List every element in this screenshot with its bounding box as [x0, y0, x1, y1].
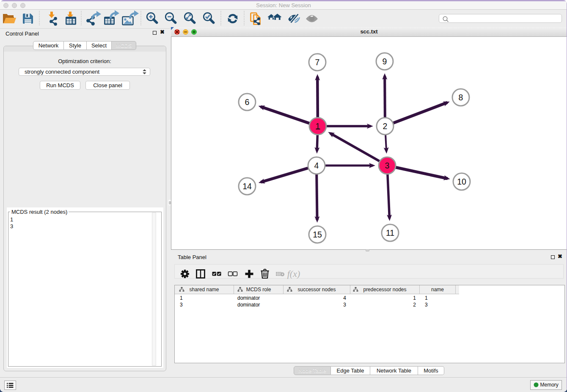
svg-text:7: 7 — [315, 58, 320, 67]
svg-text:6: 6 — [245, 97, 250, 107]
svg-text:14: 14 — [242, 182, 252, 191]
svg-text:11: 11 — [386, 228, 394, 237]
svg-text:9: 9 — [383, 57, 387, 66]
svg-text:3: 3 — [385, 161, 390, 170]
svg-text:8: 8 — [459, 93, 463, 102]
svg-text:4: 4 — [314, 161, 319, 170]
svg-text:2: 2 — [383, 121, 388, 131]
svg-text:f(x): f(x) — [287, 268, 300, 279]
svg-text:10: 10 — [457, 177, 466, 186]
svg-text:15: 15 — [313, 230, 322, 239]
